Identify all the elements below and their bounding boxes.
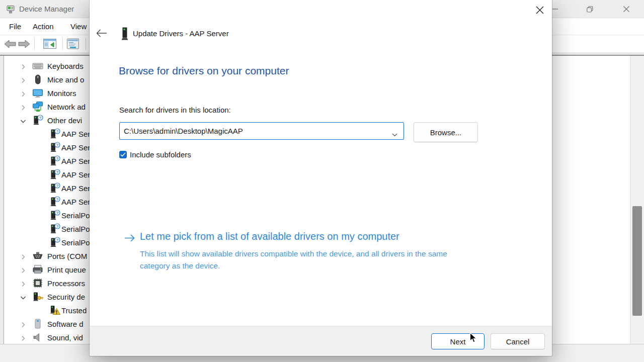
- expander-icon: [20, 226, 27, 233]
- svg-text:?: ?: [56, 156, 59, 161]
- tree-item-label: SerialPo: [61, 209, 90, 222]
- tree-item-label: SerialPo: [61, 222, 90, 236]
- back-arrow-icon[interactable]: [4, 40, 16, 50]
- unknown-device-icon: ?: [49, 155, 60, 166]
- chevron-right-icon[interactable]: [20, 334, 27, 341]
- back-button-icon[interactable]: [96, 29, 107, 37]
- svg-text:?: ?: [56, 170, 59, 174]
- screen: Device Manager File Action View: [0, 0, 644, 362]
- chevron-right-icon[interactable]: [20, 253, 27, 260]
- right-arrow-icon: [124, 234, 135, 244]
- panel-left-edge: [0, 56, 4, 344]
- expander-icon: [20, 239, 27, 246]
- sound-icon: [32, 332, 43, 343]
- dialog-title: Update Drivers - AAP Server: [133, 28, 229, 40]
- browse-button[interactable]: Browse...: [414, 122, 478, 142]
- expander-icon: [20, 307, 27, 314]
- svg-text:?: ?: [56, 129, 59, 134]
- console-tree-icon[interactable]: [43, 38, 56, 51]
- monitor-icon: [32, 87, 43, 99]
- unknown-device-icon: ?: [49, 128, 60, 139]
- scrollbar-thumb[interactable]: [632, 206, 642, 316]
- window-title: Device Manager: [19, 0, 74, 18]
- network-icon: [32, 101, 43, 112]
- tree-item-label: AAP Ser: [61, 154, 90, 168]
- cancel-button[interactable]: Cancel: [491, 333, 545, 349]
- keyboard-icon: [32, 60, 43, 71]
- let-me-pick-link[interactable]: Let me pick from a list of available dri…: [140, 231, 399, 242]
- chevron-down-icon[interactable]: [20, 117, 27, 124]
- security-icon: [32, 291, 43, 302]
- unknown-device-icon: ?: [49, 142, 60, 153]
- tree-item-label: Security de: [47, 290, 85, 304]
- svg-text:?: ?: [56, 184, 59, 188]
- software-icon: [32, 318, 43, 329]
- processor-icon: [32, 278, 43, 289]
- unknown-device-icon: ?: [49, 237, 60, 248]
- expander-icon: [20, 185, 27, 192]
- dialog-close-icon[interactable]: [535, 6, 544, 15]
- unknown-device-icon: ?: [49, 169, 60, 180]
- tree-item-label: Other devi: [47, 114, 82, 127]
- tree-item-label: Mice and o: [47, 73, 84, 86]
- tree-item-label: Software d: [47, 317, 84, 331]
- tree-item-label: AAP Ser: [61, 195, 90, 209]
- expander-icon: [20, 199, 27, 206]
- include-subfolders-checkbox[interactable]: [119, 151, 127, 158]
- forward-arrow-icon[interactable]: [18, 40, 30, 50]
- tree-item-label: SerialPo: [61, 236, 90, 249]
- include-subfolders-label: Include subfolders: [130, 150, 191, 159]
- chevron-down-icon[interactable]: [20, 294, 27, 301]
- menu-file[interactable]: File: [9, 18, 21, 35]
- properties-icon[interactable]: [67, 38, 79, 51]
- tree-item-label: Monitors: [47, 86, 76, 100]
- chevron-down-icon[interactable]: [392, 130, 397, 139]
- unknown-device-icon: ?: [49, 183, 60, 194]
- window-close-button[interactable]: [615, 0, 638, 18]
- tree-item-label: Print queue: [47, 263, 86, 277]
- next-button[interactable]: Next: [431, 333, 485, 349]
- expander-icon: [20, 144, 27, 151]
- svg-text:?: ?: [56, 143, 59, 147]
- toolbar-separator: [62, 38, 63, 50]
- chevron-right-icon[interactable]: [20, 321, 27, 328]
- expander-icon: [20, 158, 27, 165]
- menu-action[interactable]: Action: [33, 18, 54, 35]
- driver-path-combobox[interactable]: [119, 122, 404, 140]
- tree-item-label: Sound, vid: [47, 331, 83, 344]
- tree-item-label: Network ad: [47, 100, 86, 114]
- restore-button[interactable]: [578, 0, 601, 18]
- tree-item-label: Trusted: [61, 304, 87, 317]
- svg-text:?: ?: [56, 211, 59, 215]
- expander-icon: [20, 131, 27, 138]
- toolbar-separator: [86, 38, 86, 50]
- svg-text:?: ?: [56, 238, 59, 242]
- dialog-heading: Browse for drivers on your computer: [119, 65, 289, 77]
- mouse-icon: [32, 74, 43, 85]
- tree-item-label: Processors: [47, 277, 85, 290]
- ports-icon: [32, 250, 43, 261]
- svg-text:?: ?: [56, 197, 59, 202]
- tree-item-label: Keyboards: [47, 59, 84, 73]
- svg-text:?: ?: [39, 116, 42, 120]
- unknown-device-icon: ?: [32, 115, 43, 126]
- device-tower-icon: [121, 27, 129, 40]
- chevron-right-icon[interactable]: [20, 280, 27, 287]
- expander-icon: [20, 212, 27, 219]
- driver-path-input[interactable]: [124, 123, 385, 139]
- chevron-right-icon[interactable]: [20, 63, 27, 70]
- chevron-right-icon[interactable]: [20, 76, 27, 83]
- tree-scrollbar[interactable]: [630, 56, 644, 344]
- chevron-right-icon[interactable]: [20, 104, 27, 111]
- search-location-label: Search for drivers in this location:: [119, 106, 231, 114]
- chevron-right-icon[interactable]: [20, 266, 27, 274]
- device-manager-icon: [6, 4, 16, 14]
- unknown-device-icon: ?: [49, 210, 60, 221]
- chevron-right-icon[interactable]: [20, 90, 27, 97]
- tree-item-label: Ports (COM: [47, 249, 87, 263]
- update-drivers-dialog: Update Drivers - AAP Server Browse for d…: [90, 0, 552, 356]
- toolbar-separator: [34, 38, 35, 50]
- menu-view[interactable]: View: [70, 18, 87, 35]
- unknown-device-icon: ?: [49, 196, 60, 207]
- unknown-device-icon: ?: [49, 223, 60, 234]
